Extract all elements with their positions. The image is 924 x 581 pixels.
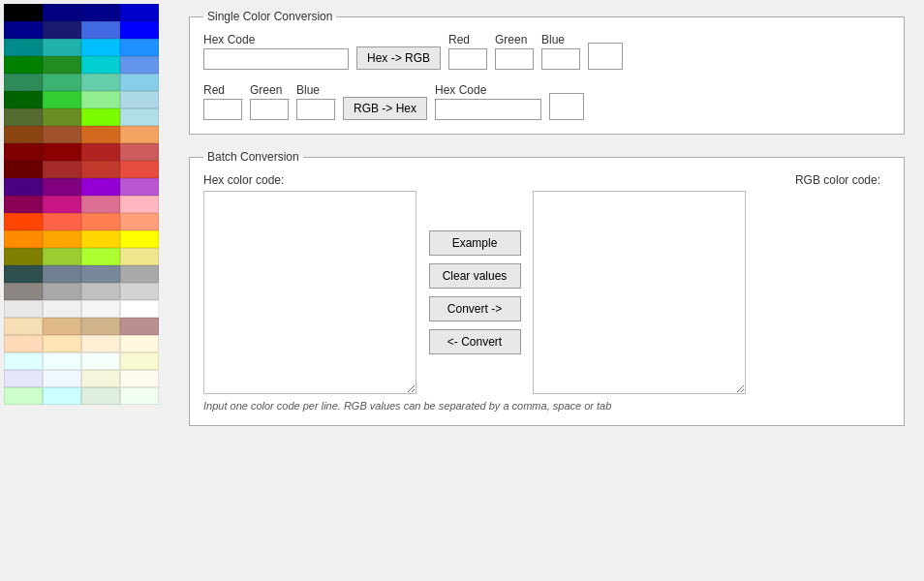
green-input-1[interactable]	[495, 48, 534, 70]
color-swatch[interactable]	[43, 74, 81, 91]
color-swatch[interactable]	[4, 300, 43, 318]
color-swatch[interactable]	[81, 56, 120, 74]
color-swatch[interactable]	[4, 283, 43, 300]
color-swatch[interactable]	[4, 4, 43, 21]
color-swatch[interactable]	[81, 352, 120, 370]
color-swatch[interactable]	[43, 248, 81, 265]
color-swatch[interactable]	[43, 335, 81, 352]
color-swatch[interactable]	[81, 143, 120, 161]
color-swatch[interactable]	[4, 91, 43, 108]
green-input-2[interactable]	[250, 99, 289, 120]
color-swatch[interactable]	[120, 91, 159, 108]
convert-right-button[interactable]: Convert ->	[429, 296, 521, 321]
color-swatch[interactable]	[81, 178, 120, 196]
color-swatch[interactable]	[120, 230, 159, 248]
color-swatch[interactable]	[120, 387, 159, 405]
color-swatch[interactable]	[43, 196, 81, 213]
convert-left-button[interactable]: <- Convert	[429, 329, 521, 354]
color-swatch[interactable]	[120, 161, 159, 178]
color-swatch[interactable]	[120, 248, 159, 265]
color-swatch[interactable]	[4, 56, 43, 74]
color-swatch[interactable]	[43, 352, 81, 370]
color-swatch[interactable]	[120, 108, 159, 126]
color-swatch[interactable]	[120, 335, 159, 352]
color-swatch[interactable]	[4, 318, 43, 335]
color-swatch[interactable]	[120, 352, 159, 370]
color-swatch[interactable]	[4, 126, 43, 143]
color-swatch[interactable]	[43, 39, 81, 56]
color-swatch[interactable]	[43, 370, 81, 387]
color-swatch[interactable]	[120, 56, 159, 74]
color-swatch[interactable]	[43, 91, 81, 108]
color-swatch[interactable]	[120, 265, 159, 283]
color-swatch[interactable]	[81, 387, 120, 405]
color-swatch[interactable]	[4, 335, 43, 352]
hex-code-input-2[interactable]	[435, 99, 541, 120]
color-swatch[interactable]	[43, 318, 81, 335]
color-swatch[interactable]	[4, 387, 43, 405]
color-swatch[interactable]	[43, 265, 81, 283]
color-swatch[interactable]	[43, 21, 81, 39]
color-swatch[interactable]	[81, 300, 120, 318]
color-swatch[interactable]	[43, 283, 81, 300]
hex-textarea[interactable]	[203, 191, 416, 394]
color-swatch[interactable]	[43, 178, 81, 196]
red-input-1[interactable]	[448, 48, 487, 70]
color-swatch[interactable]	[4, 74, 43, 91]
color-swatch[interactable]	[43, 56, 81, 74]
color-swatch[interactable]	[43, 387, 81, 405]
color-swatch[interactable]	[81, 213, 120, 230]
color-swatch[interactable]	[43, 126, 81, 143]
color-swatch[interactable]	[4, 230, 43, 248]
red-input-2[interactable]	[203, 99, 242, 120]
color-swatch[interactable]	[43, 213, 81, 230]
color-swatch[interactable]	[120, 318, 159, 335]
color-swatch[interactable]	[81, 283, 120, 300]
color-swatch[interactable]	[4, 21, 43, 39]
color-swatch[interactable]	[120, 196, 159, 213]
color-swatch[interactable]	[4, 196, 43, 213]
color-swatch[interactable]	[81, 21, 120, 39]
color-swatch[interactable]	[120, 126, 159, 143]
color-swatch[interactable]	[120, 213, 159, 230]
color-swatch[interactable]	[81, 230, 120, 248]
color-swatch[interactable]	[120, 178, 159, 196]
color-swatch[interactable]	[4, 143, 43, 161]
example-button[interactable]: Example	[429, 230, 521, 256]
color-swatch[interactable]	[81, 335, 120, 352]
color-swatch[interactable]	[81, 248, 120, 265]
color-swatch[interactable]	[81, 39, 120, 56]
rgb-textarea[interactable]	[533, 191, 746, 394]
color-swatch[interactable]	[43, 143, 81, 161]
color-swatch[interactable]	[81, 370, 120, 387]
color-swatch[interactable]	[43, 4, 81, 21]
hex-to-rgb-button[interactable]: Hex -> RGB	[356, 46, 441, 70]
color-swatch[interactable]	[120, 4, 159, 21]
color-swatch[interactable]	[120, 370, 159, 387]
blue-input-1[interactable]	[541, 48, 580, 70]
clear-values-button[interactable]: Clear values	[429, 263, 521, 289]
color-swatch[interactable]	[4, 39, 43, 56]
color-swatch[interactable]	[81, 126, 120, 143]
color-swatch[interactable]	[43, 108, 81, 126]
rgb-to-hex-button[interactable]: RGB -> Hex	[343, 97, 427, 120]
color-swatch[interactable]	[120, 283, 159, 300]
hex-code-input[interactable]	[203, 48, 349, 70]
color-swatch[interactable]	[120, 21, 159, 39]
color-swatch[interactable]	[43, 230, 81, 248]
color-swatch[interactable]	[4, 248, 43, 265]
color-swatch[interactable]	[4, 178, 43, 196]
color-swatch[interactable]	[4, 161, 43, 178]
color-swatch[interactable]	[81, 108, 120, 126]
color-swatch[interactable]	[4, 352, 43, 370]
color-swatch[interactable]	[81, 265, 120, 283]
color-swatch[interactable]	[81, 196, 120, 213]
color-swatch[interactable]	[81, 74, 120, 91]
color-swatch[interactable]	[81, 4, 120, 21]
color-swatch[interactable]	[81, 318, 120, 335]
blue-input-2[interactable]	[296, 99, 335, 120]
color-swatch[interactable]	[120, 74, 159, 91]
color-swatch[interactable]	[81, 161, 120, 178]
color-swatch[interactable]	[120, 143, 159, 161]
color-swatch[interactable]	[81, 91, 120, 108]
